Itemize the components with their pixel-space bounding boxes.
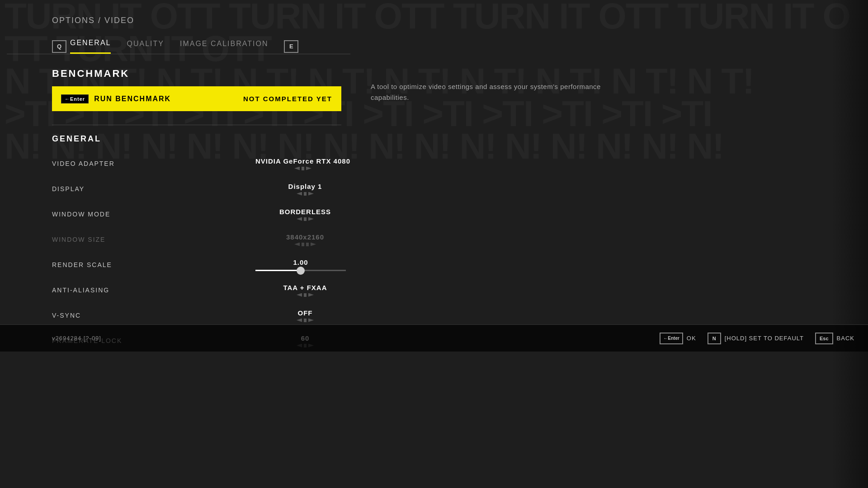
arrow-left-icon (297, 192, 302, 196)
esc-key: Esc (815, 333, 833, 344)
anti-aliasing-value-block[interactable]: TAA + FXAA (260, 284, 350, 297)
ctrl-back: Esc BACK (815, 333, 854, 344)
anti-aliasing-value: TAA + FXAA (283, 284, 327, 291)
tab-bar: Q GENERAL QUALITY IMAGE CALIBRATION E (7, 25, 350, 54)
window-mode-value-block[interactable]: BORDERLESS (260, 208, 350, 221)
n-key: N (708, 333, 721, 344)
render-scale-label: RENDER SCALE (52, 261, 112, 268)
display-value: Display 1 (288, 183, 322, 190)
arrow-bar-icon (302, 243, 304, 246)
ctrl-ok: ←Enter OK (660, 333, 696, 344)
vsync-value-block[interactable]: OFF (260, 309, 350, 322)
bottom-controls: ←Enter OK N [HOLD] SET TO DEFAULT Esc BA… (660, 333, 854, 344)
arrow-left-icon (294, 167, 300, 170)
benchmark-section-title: BENCHMARK (52, 68, 868, 80)
arrow-left-icon (297, 319, 302, 322)
ctrl-ok-label: OK (687, 335, 696, 342)
arrow-bar-icon (304, 192, 307, 196)
video-adapter-arrows (294, 167, 311, 170)
benchmark-status: NOT COMPLETED YET (243, 95, 332, 103)
window-size-value-block: 3840x2160 (260, 233, 350, 246)
setting-row-window-size: WINDOW SIZE 3840x2160 (52, 229, 350, 250)
ctrl-default-label: [HOLD] SET TO DEFAULT (725, 335, 804, 342)
breadcrumb-current: VIDEO (104, 16, 134, 25)
vsync-arrows (297, 319, 314, 322)
benchmark-run-label: RUN BENCHMARK (94, 95, 243, 103)
setting-row-display: DISPLAY Display 1 (52, 178, 350, 200)
slider-thumb[interactable] (297, 267, 305, 275)
anti-aliasing-arrows (297, 293, 314, 297)
tab-general[interactable]: GENERAL (70, 39, 111, 54)
arrow-bar-icon (302, 167, 304, 170)
arrow-left-icon (297, 217, 302, 221)
tab-image-calibration[interactable]: IMAGE CALIBRATION (180, 40, 269, 53)
setting-row-video-adapter: VIDEO ADAPTER NVIDIA GeForce RTX 4080 (52, 153, 350, 174)
settings-list: VIDEO ADAPTER NVIDIA GeForce RTX 4080 DI… (52, 153, 350, 352)
render-scale-value: 1.00 (293, 258, 308, 266)
arrow-bar-icon (304, 217, 307, 221)
display-arrows (297, 192, 314, 196)
run-benchmark-button[interactable]: ←Enter RUN BENCHMARK NOT COMPLETED YET (52, 86, 341, 111)
anti-aliasing-label: ANTI-ALIASING (52, 286, 109, 294)
setting-row-vsync: V-SYNC OFF (52, 305, 350, 326)
video-adapter-value: NVIDIA GeForce RTX 4080 (255, 157, 350, 165)
setting-row-window-mode: WINDOW MODE BORDERLESS (52, 203, 350, 225)
render-scale-slider[interactable]: 1.00 (251, 258, 350, 271)
arrow-right-icon (306, 167, 311, 170)
slider-filled (255, 270, 301, 271)
vsync-label: V-SYNC (52, 312, 81, 319)
video-adapter-value-block[interactable]: NVIDIA GeForce RTX 4080 (255, 157, 350, 170)
arrow-right-icon (308, 293, 314, 297)
window-size-arrows (294, 243, 316, 246)
enter-key-ok: ←Enter (660, 333, 683, 344)
arrow-right-icon (308, 319, 314, 322)
window-mode-label: WINDOW MODE (52, 211, 110, 218)
vsync-value: OFF (298, 309, 313, 317)
header: OPTIONS / VIDEO (0, 0, 868, 25)
display-value-block[interactable]: Display 1 (260, 183, 350, 196)
breadcrumb-prefix: OPTIONS / (52, 16, 104, 25)
arrow-right-icon (311, 243, 316, 246)
ctrl-back-label: BACK (837, 335, 854, 342)
window-size-value: 3840x2160 (286, 233, 324, 241)
enter-key-icon: ←Enter (61, 94, 89, 103)
window-size-label: WINDOW SIZE (52, 236, 105, 243)
window-mode-arrows (297, 217, 314, 221)
benchmark-description: A tool to optimize video settings and as… (371, 81, 606, 103)
version-text: v2694284 [?-09] (52, 335, 101, 342)
ctrl-default: N [HOLD] SET TO DEFAULT (708, 333, 804, 344)
tab-quality[interactable]: QUALITY (127, 40, 164, 53)
breadcrumb: OPTIONS / VIDEO (52, 16, 868, 25)
bottom-bar: v2694284 [?-09] ←Enter OK N [HOLD] SET T… (0, 324, 868, 352)
arrow-left-icon (294, 243, 300, 246)
tab-key-e[interactable]: E (284, 40, 298, 53)
display-label: DISPLAY (52, 185, 85, 192)
separator (52, 125, 341, 125)
video-adapter-label: VIDEO ADAPTER (52, 160, 115, 167)
arrow-right-icon (308, 217, 314, 221)
arrow-bar-icon (304, 293, 307, 297)
setting-row-anti-aliasing: ANTI-ALIASING TAA + FXAA (52, 279, 350, 301)
tab-key-q[interactable]: Q (52, 40, 66, 53)
arrow-bar-icon2 (306, 243, 309, 246)
window-mode-value: BORDERLESS (279, 208, 331, 216)
arrow-right-icon (308, 192, 314, 196)
slider-track[interactable] (255, 270, 346, 271)
arrow-bar-icon (304, 319, 307, 322)
general-section-title: GENERAL (52, 134, 868, 144)
setting-row-render-scale: RENDER SCALE 1.00 (52, 254, 350, 276)
arrow-left-icon (297, 293, 302, 297)
